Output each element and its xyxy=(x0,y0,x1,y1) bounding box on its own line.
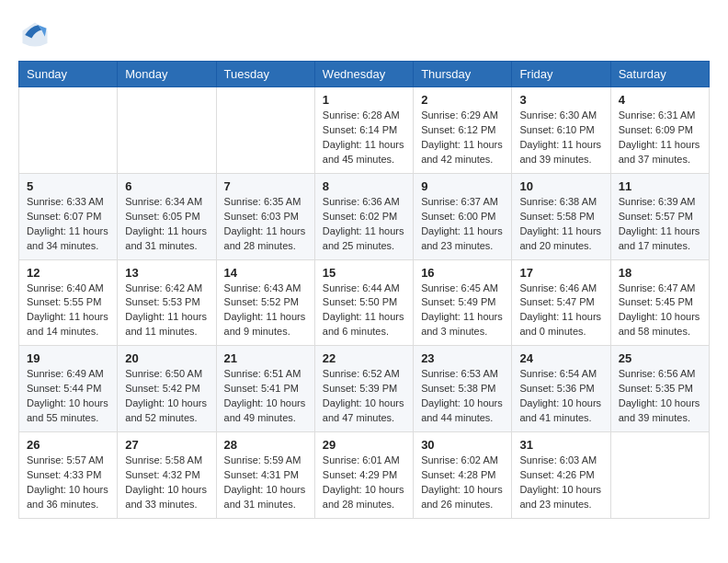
calendar-cell: 29Sunrise: 6:01 AMSunset: 4:29 PMDayligh… xyxy=(314,432,413,519)
page-header xyxy=(18,18,710,52)
calendar-cell: 12Sunrise: 6:40 AMSunset: 5:55 PMDayligh… xyxy=(19,259,118,346)
day-info: Sunrise: 6:34 AMSunset: 6:05 PMDaylight:… xyxy=(125,195,208,254)
logo-icon xyxy=(18,18,51,52)
calendar-cell: 2Sunrise: 6:29 AMSunset: 6:12 PMDaylight… xyxy=(414,87,512,174)
day-number: 25 xyxy=(619,351,701,365)
day-info: Sunrise: 6:02 AMSunset: 4:28 PMDaylight:… xyxy=(421,454,504,512)
weekday-header-thursday: Thursday xyxy=(414,62,512,87)
day-info: Sunrise: 6:39 AMSunset: 5:57 PMDaylight:… xyxy=(619,195,701,254)
day-info: Sunrise: 6:43 AMSunset: 5:52 PMDaylight:… xyxy=(224,282,307,340)
weekday-header-saturday: Saturday xyxy=(610,62,709,87)
calendar-cell: 15Sunrise: 6:44 AMSunset: 5:50 PMDayligh… xyxy=(314,259,413,346)
day-info: Sunrise: 6:49 AMSunset: 5:44 PMDaylight:… xyxy=(27,367,109,426)
day-info: Sunrise: 6:38 AMSunset: 5:58 PMDaylight:… xyxy=(519,195,602,254)
calendar-header: SundayMondayTuesdayWednesdayThursdayFrid… xyxy=(19,62,710,87)
calendar-row-3: 12Sunrise: 6:40 AMSunset: 5:55 PMDayligh… xyxy=(19,259,710,346)
calendar-cell: 19Sunrise: 6:49 AMSunset: 5:44 PMDayligh… xyxy=(19,346,118,432)
calendar-cell: 22Sunrise: 6:52 AMSunset: 5:39 PMDayligh… xyxy=(314,346,413,432)
calendar-cell: 7Sunrise: 6:35 AMSunset: 6:03 PMDaylight… xyxy=(216,173,314,259)
day-number: 8 xyxy=(323,179,405,193)
calendar-cell: 23Sunrise: 6:53 AMSunset: 5:38 PMDayligh… xyxy=(414,346,512,432)
calendar-cell: 28Sunrise: 5:59 AMSunset: 4:31 PMDayligh… xyxy=(216,432,314,519)
calendar-row-1: 1Sunrise: 6:28 AMSunset: 6:14 PMDaylight… xyxy=(19,87,710,174)
day-number: 1 xyxy=(323,93,405,107)
day-number: 20 xyxy=(125,351,208,365)
day-number: 7 xyxy=(224,179,307,193)
calendar-cell: 18Sunrise: 6:47 AMSunset: 5:45 PMDayligh… xyxy=(610,259,709,346)
calendar-cell xyxy=(118,87,216,174)
day-number: 11 xyxy=(619,179,701,193)
day-number: 28 xyxy=(224,438,307,452)
day-info: Sunrise: 6:40 AMSunset: 5:55 PMDaylight:… xyxy=(27,282,109,340)
day-number: 26 xyxy=(27,438,109,452)
day-number: 18 xyxy=(619,266,701,280)
weekday-header-tuesday: Tuesday xyxy=(216,62,314,87)
day-info: Sunrise: 6:35 AMSunset: 6:03 PMDaylight:… xyxy=(224,195,307,254)
calendar-cell: 30Sunrise: 6:02 AMSunset: 4:28 PMDayligh… xyxy=(414,432,512,519)
calendar-cell: 5Sunrise: 6:33 AMSunset: 6:07 PMDaylight… xyxy=(19,173,118,259)
weekday-header-wednesday: Wednesday xyxy=(314,62,413,87)
day-number: 6 xyxy=(125,179,208,193)
day-info: Sunrise: 5:58 AMSunset: 4:32 PMDaylight:… xyxy=(125,454,208,512)
day-number: 3 xyxy=(519,93,602,107)
day-number: 9 xyxy=(421,179,504,193)
calendar-cell: 24Sunrise: 6:54 AMSunset: 5:36 PMDayligh… xyxy=(512,346,610,432)
day-number: 2 xyxy=(421,93,504,107)
day-info: Sunrise: 6:50 AMSunset: 5:42 PMDaylight:… xyxy=(125,367,208,426)
calendar-cell: 1Sunrise: 6:28 AMSunset: 6:14 PMDaylight… xyxy=(314,87,413,174)
day-info: Sunrise: 6:28 AMSunset: 6:14 PMDaylight:… xyxy=(323,109,405,167)
day-info: Sunrise: 6:33 AMSunset: 6:07 PMDaylight:… xyxy=(27,195,109,254)
calendar-cell: 8Sunrise: 6:36 AMSunset: 6:02 PMDaylight… xyxy=(314,173,413,259)
calendar-cell: 6Sunrise: 6:34 AMSunset: 6:05 PMDaylight… xyxy=(118,173,216,259)
day-info: Sunrise: 6:54 AMSunset: 5:36 PMDaylight:… xyxy=(519,367,602,426)
day-number: 17 xyxy=(519,266,602,280)
calendar-cell: 3Sunrise: 6:30 AMSunset: 6:10 PMDaylight… xyxy=(512,87,610,174)
calendar-cell: 25Sunrise: 6:56 AMSunset: 5:35 PMDayligh… xyxy=(610,346,709,432)
day-number: 12 xyxy=(27,266,109,280)
day-info: Sunrise: 6:01 AMSunset: 4:29 PMDaylight:… xyxy=(323,454,405,512)
day-info: Sunrise: 6:44 AMSunset: 5:50 PMDaylight:… xyxy=(323,282,405,340)
day-info: Sunrise: 6:37 AMSunset: 6:00 PMDaylight:… xyxy=(421,195,504,254)
calendar-row-4: 19Sunrise: 6:49 AMSunset: 5:44 PMDayligh… xyxy=(19,346,710,432)
calendar-cell: 26Sunrise: 5:57 AMSunset: 4:33 PMDayligh… xyxy=(19,432,118,519)
weekday-header-sunday: Sunday xyxy=(19,62,118,87)
day-number: 21 xyxy=(224,351,307,365)
day-info: Sunrise: 6:53 AMSunset: 5:38 PMDaylight:… xyxy=(421,367,504,426)
day-info: Sunrise: 6:42 AMSunset: 5:53 PMDaylight:… xyxy=(125,282,208,340)
day-info: Sunrise: 6:56 AMSunset: 5:35 PMDaylight:… xyxy=(619,367,701,426)
calendar-row-2: 5Sunrise: 6:33 AMSunset: 6:07 PMDaylight… xyxy=(19,173,710,259)
day-info: Sunrise: 6:47 AMSunset: 5:45 PMDaylight:… xyxy=(619,282,701,340)
calendar-cell: 21Sunrise: 6:51 AMSunset: 5:41 PMDayligh… xyxy=(216,346,314,432)
calendar-cell: 11Sunrise: 6:39 AMSunset: 5:57 PMDayligh… xyxy=(610,173,709,259)
calendar-cell xyxy=(19,87,118,174)
day-info: Sunrise: 6:03 AMSunset: 4:26 PMDaylight:… xyxy=(519,454,602,512)
calendar-cell: 9Sunrise: 6:37 AMSunset: 6:00 PMDaylight… xyxy=(414,173,512,259)
calendar-table: SundayMondayTuesdayWednesdayThursdayFrid… xyxy=(18,61,710,519)
day-number: 23 xyxy=(421,351,504,365)
calendar-cell: 20Sunrise: 6:50 AMSunset: 5:42 PMDayligh… xyxy=(118,346,216,432)
day-number: 22 xyxy=(323,351,405,365)
day-number: 16 xyxy=(421,266,504,280)
day-number: 5 xyxy=(27,179,109,193)
calendar-row-5: 26Sunrise: 5:57 AMSunset: 4:33 PMDayligh… xyxy=(19,432,710,519)
day-info: Sunrise: 5:57 AMSunset: 4:33 PMDaylight:… xyxy=(27,454,109,512)
day-number: 27 xyxy=(125,438,208,452)
day-number: 15 xyxy=(323,266,405,280)
weekday-header-friday: Friday xyxy=(512,62,610,87)
day-number: 14 xyxy=(224,266,307,280)
day-info: Sunrise: 6:29 AMSunset: 6:12 PMDaylight:… xyxy=(421,109,504,167)
calendar-cell: 13Sunrise: 6:42 AMSunset: 5:53 PMDayligh… xyxy=(118,259,216,346)
calendar-cell: 17Sunrise: 6:46 AMSunset: 5:47 PMDayligh… xyxy=(512,259,610,346)
day-info: Sunrise: 6:31 AMSunset: 6:09 PMDaylight:… xyxy=(619,109,701,167)
day-number: 4 xyxy=(619,93,701,107)
day-number: 30 xyxy=(421,438,504,452)
day-number: 29 xyxy=(323,438,405,452)
calendar-cell xyxy=(610,432,709,519)
day-info: Sunrise: 6:51 AMSunset: 5:41 PMDaylight:… xyxy=(224,367,307,426)
calendar-cell: 4Sunrise: 6:31 AMSunset: 6:09 PMDaylight… xyxy=(610,87,709,174)
day-info: Sunrise: 5:59 AMSunset: 4:31 PMDaylight:… xyxy=(224,454,307,512)
day-info: Sunrise: 6:30 AMSunset: 6:10 PMDaylight:… xyxy=(519,109,602,167)
day-number: 19 xyxy=(27,351,109,365)
calendar-cell: 10Sunrise: 6:38 AMSunset: 5:58 PMDayligh… xyxy=(512,173,610,259)
day-number: 31 xyxy=(519,438,602,452)
